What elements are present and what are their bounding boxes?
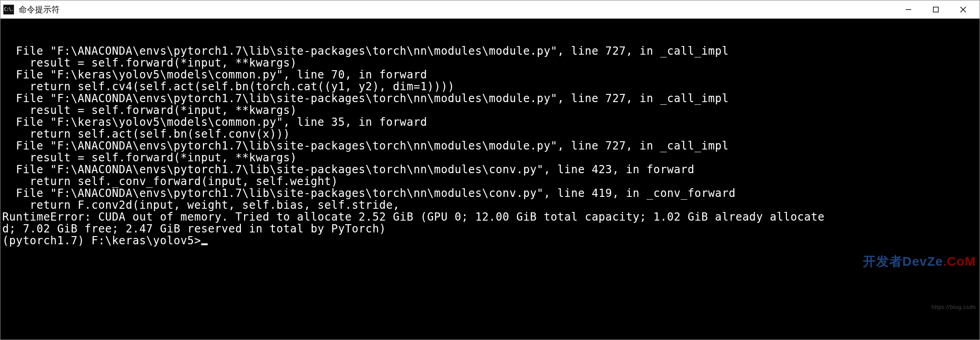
console-prompt-line: (pytorch1.7) F:\keras\yolov5>	[2, 235, 978, 247]
watermark-sub: https://blog.csdn	[831, 301, 976, 313]
console-line: return self.act(self.bn(self.conv(x)))	[2, 128, 978, 140]
minimize-icon	[905, 6, 912, 13]
console-line: result = self.forward(*input, **kwargs)	[2, 104, 978, 116]
maximize-icon	[933, 6, 939, 13]
cursor	[201, 243, 208, 245]
watermark-brand-main: DevZe	[903, 254, 943, 268]
watermark-prefix: 开发者	[863, 254, 903, 268]
watermark-brand-accent: .CoM	[943, 254, 976, 268]
app-icon: C:\.	[3, 5, 14, 15]
titlebar[interactable]: C:\. 命令提示符	[0, 0, 980, 19]
close-button[interactable]	[949, 0, 977, 18]
console-line: File "F:\ANACONDA\envs\pytorch1.7\lib\si…	[2, 140, 978, 152]
console-line: result = self.forward(*input, **kwargs)	[2, 152, 978, 164]
console-line: result = self.forward(*input, **kwargs)	[2, 57, 978, 69]
console-line: return self._conv_forward(input, self.we…	[2, 175, 978, 187]
console-line: return F.conv2d(input, weight, self.bias…	[2, 199, 978, 211]
command-prompt-window: C:\. 命令提示符 File "F:\ANACONDA\envs	[0, 0, 980, 340]
window-controls	[895, 0, 977, 18]
console-line: RuntimeError: CUDA out of memory. Tried …	[2, 211, 978, 223]
console-line: return self.cv4(self.act(self.bn(torch.c…	[2, 81, 978, 93]
maximize-button[interactable]	[922, 0, 949, 18]
window-title: 命令提示符	[19, 4, 895, 15]
console-line: File "F:\ANACONDA\envs\pytorch1.7\lib\si…	[2, 187, 978, 199]
svg-rect-1	[934, 7, 939, 12]
close-icon	[960, 6, 967, 13]
console-output[interactable]: File "F:\ANACONDA\envs\pytorch1.7\lib\si…	[0, 19, 980, 340]
console-line: File "F:\ANACONDA\envs\pytorch1.7\lib\si…	[2, 93, 978, 104]
console-line: File "F:\keras\yolov5\models\common.py",…	[2, 116, 978, 128]
minimize-button[interactable]	[895, 0, 922, 18]
console-line: File "F:\ANACONDA\envs\pytorch1.7\lib\si…	[2, 45, 978, 57]
console-line: File "F:\ANACONDA\envs\pytorch1.7\lib\si…	[2, 164, 978, 175]
console-line: d; 7.02 GiB free; 2.47 GiB reserved in t…	[2, 223, 978, 235]
console-line: File "F:\keras\yolov5\models\common.py",…	[2, 69, 978, 81]
